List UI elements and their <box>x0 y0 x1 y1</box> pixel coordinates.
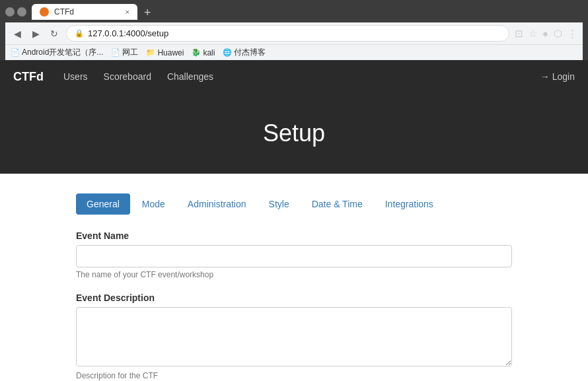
bookmark-android-icon: 📄 <box>11 48 20 57</box>
event-description-input[interactable] <box>76 307 512 366</box>
tab-label: CTFd <box>54 7 74 17</box>
tab-favicon <box>40 7 49 17</box>
nav-back-icon[interactable]: ◀ <box>11 27 24 40</box>
app-nav: CTFd Users Scoreboard Challenges → Login <box>0 60 588 93</box>
bookmark-icon[interactable]: ☆ <box>529 28 537 40</box>
setup-body: General Mode Administration Style Date &… <box>63 174 525 381</box>
bookmark-kali-label: kali <box>203 48 215 57</box>
extension-icon[interactable]: ⬡ <box>554 28 562 40</box>
browser-back-btn[interactable] <box>5 7 15 17</box>
event-name-input[interactable] <box>76 245 512 267</box>
nav-right: → Login <box>540 71 575 82</box>
login-button[interactable]: → Login <box>540 71 575 82</box>
nav-scoreboard[interactable]: Scoreboard <box>97 67 158 86</box>
login-label: Login <box>552 71 575 82</box>
bookmark-fujie-label: 付杰博客 <box>234 47 266 58</box>
setup-header: Setup <box>0 93 588 174</box>
nav-brand[interactable]: CTFd <box>13 70 44 84</box>
address-bar[interactable]: 🔒 127.0.0.1:4000/setup <box>66 25 509 42</box>
security-icon: 🔒 <box>75 29 84 38</box>
bookmark-wangluo-label: 网工 <box>122 47 138 58</box>
address-bar-row: ◀ ▶ ↻ 🔒 127.0.0.1:4000/setup ⊡ ☆ ● ⬡ ⋮ <box>5 22 583 44</box>
bookmark-huawei-icon: 📁 <box>146 48 155 57</box>
profile-icon[interactable]: ● <box>542 28 548 39</box>
event-name-group: Event Name The name of your CTF event/wo… <box>76 230 512 279</box>
browser-forward-btn[interactable] <box>17 7 26 17</box>
bookmark-android[interactable]: 📄 Android开发笔记（序... <box>11 47 103 58</box>
new-tab-button[interactable]: + <box>140 6 155 20</box>
bookmark-kali-icon: 🐉 <box>192 48 201 57</box>
tab-administration[interactable]: Administration <box>177 193 257 215</box>
bookmark-fujie[interactable]: 🌐 付杰博客 <box>223 47 266 58</box>
browser-control-icons <box>5 7 26 17</box>
app-wrapper: CTFd Users Scoreboard Challenges → Login… <box>0 60 588 381</box>
tab-mode[interactable]: Mode <box>131 193 176 215</box>
browser-chrome: CTFd × + ◀ ▶ ↻ 🔒 127.0.0.1:4000/setup ⊡ … <box>0 0 588 60</box>
setup-tab-nav: General Mode Administration Style Date &… <box>76 193 512 215</box>
event-name-hint: The name of your CTF event/workshop <box>76 270 512 279</box>
browser-top-bar: CTFd × + <box>5 4 583 20</box>
nav-links: Users Scoreboard Challenges <box>57 67 220 86</box>
bookmark-wangluo[interactable]: 📄 网工 <box>111 47 138 58</box>
bookmark-android-label: Android开发笔记（序... <box>22 47 103 58</box>
setup-title: Setup <box>0 120 588 147</box>
event-description-group: Event Description Description for the CT… <box>76 293 512 380</box>
tab-datetime[interactable]: Date & Time <box>301 193 373 215</box>
tab-style[interactable]: Style <box>258 193 300 215</box>
bookmark-kali[interactable]: 🐉 kali <box>192 48 215 57</box>
login-icon: → <box>540 71 550 82</box>
tab-bar: CTFd × + <box>32 4 155 20</box>
nav-refresh-icon[interactable]: ↻ <box>48 27 61 40</box>
bookmark-huawei-label: Huawei <box>157 48 184 57</box>
url-text: 127.0.0.1:4000/setup <box>88 28 168 38</box>
browser-tab-ctfd[interactable]: CTFd × <box>32 4 137 20</box>
tab-general[interactable]: General <box>76 193 130 215</box>
menu-icon[interactable]: ⋮ <box>568 28 577 40</box>
bookmark-huawei[interactable]: 📁 Huawei <box>146 48 184 57</box>
tab-close-button[interactable]: × <box>126 8 129 16</box>
setup-page: Setup General Mode Administration Style … <box>0 93 588 381</box>
event-description-hint: Description for the CTF <box>76 371 512 380</box>
event-name-label: Event Name <box>76 230 512 241</box>
tab-integrations[interactable]: Integrations <box>375 193 444 215</box>
nav-forward-icon[interactable]: ▶ <box>29 27 42 40</box>
browser-actions: ⊡ ☆ ● ⬡ ⋮ <box>515 28 577 40</box>
cast-icon[interactable]: ⊡ <box>515 28 523 40</box>
bookmarks-bar: 📄 Android开发笔记（序... 📄 网工 📁 Huawei 🐉 kali … <box>5 44 583 60</box>
bookmark-wangluo-icon: 📄 <box>111 48 120 57</box>
nav-challenges[interactable]: Challenges <box>161 67 220 86</box>
bookmark-fujie-icon: 🌐 <box>223 48 232 57</box>
nav-users[interactable]: Users <box>57 67 94 86</box>
event-description-label: Event Description <box>76 293 512 303</box>
